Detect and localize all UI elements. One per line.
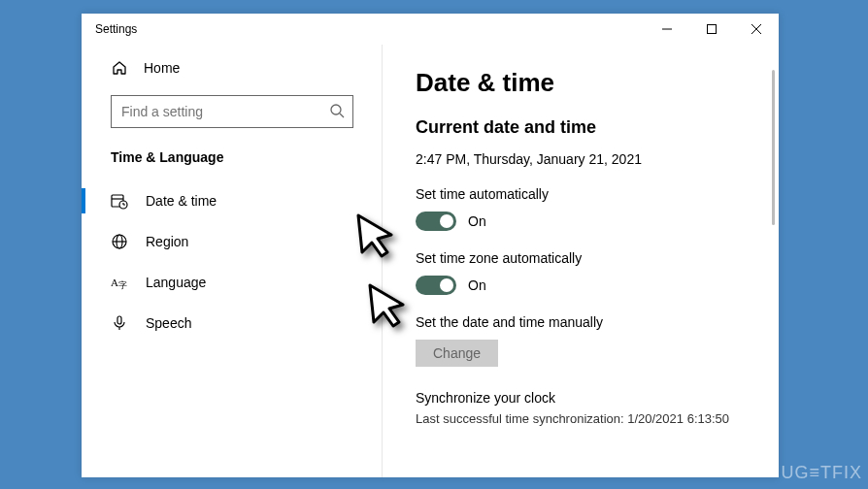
window-controls <box>645 14 779 45</box>
maximize-button[interactable] <box>689 14 734 45</box>
section-current-heading: Current date and time <box>416 117 759 138</box>
sync-last: Last successful time synchronization: 1/… <box>416 411 759 426</box>
nav-label: Date & time <box>146 193 217 209</box>
auto-zone-toggle[interactable] <box>416 276 456 295</box>
close-button[interactable] <box>734 14 779 45</box>
search-icon <box>329 103 345 121</box>
language-icon: A字 <box>111 274 128 291</box>
page-title: Date & time <box>416 68 759 98</box>
cursor-annotation-icon <box>352 210 401 258</box>
search-field[interactable] <box>121 104 329 119</box>
change-button[interactable]: Change <box>416 340 498 367</box>
nav-label: Language <box>146 275 206 290</box>
svg-rect-16 <box>117 316 121 324</box>
nav: Date & time Region A字 Language <box>82 175 383 343</box>
calendar-clock-icon <box>111 192 128 210</box>
nav-label: Region <box>146 234 188 249</box>
cursor-annotation-icon <box>364 279 413 328</box>
section-label: Time & Language <box>82 128 383 175</box>
auto-time-label: Set time automatically <box>416 186 759 202</box>
home-icon <box>111 60 128 76</box>
svg-rect-1 <box>708 25 717 34</box>
sidebar-item-language[interactable]: A字 Language <box>82 262 383 303</box>
svg-text:字: 字 <box>118 280 127 290</box>
sidebar-item-speech[interactable]: Speech <box>82 303 383 343</box>
globe-icon <box>111 233 128 250</box>
auto-time-state: On <box>468 213 486 229</box>
current-datetime: 2:47 PM, Thursday, January 21, 2021 <box>416 151 759 167</box>
sidebar-item-date-time[interactable]: Date & time <box>82 180 383 221</box>
titlebar: Settings <box>82 14 779 45</box>
svg-text:A: A <box>111 277 118 288</box>
window-title: Settings <box>95 22 137 36</box>
sidebar: Home Time & Language Date & time <box>82 45 383 477</box>
watermark: UG≡TFIX <box>782 463 863 483</box>
settings-window: Settings Home <box>82 14 779 477</box>
minimize-button[interactable] <box>645 14 689 45</box>
auto-time-toggle[interactable] <box>416 212 456 231</box>
svg-point-4 <box>331 105 341 114</box>
home-label: Home <box>144 60 180 76</box>
scrollbar[interactable] <box>772 70 775 225</box>
sidebar-item-region[interactable]: Region <box>82 221 383 262</box>
manual-label: Set the date and time manually <box>416 314 759 330</box>
sync-heading: Synchronize your clock <box>416 390 759 406</box>
main-panel: Date & time Current date and time 2:47 P… <box>383 45 779 477</box>
auto-zone-label: Set time zone automatically <box>416 250 759 266</box>
microphone-icon <box>111 314 128 332</box>
auto-zone-state: On <box>468 277 486 293</box>
search-input[interactable] <box>111 95 353 128</box>
nav-label: Speech <box>146 315 191 331</box>
home-link[interactable]: Home <box>82 52 383 83</box>
svg-line-5 <box>340 114 344 117</box>
